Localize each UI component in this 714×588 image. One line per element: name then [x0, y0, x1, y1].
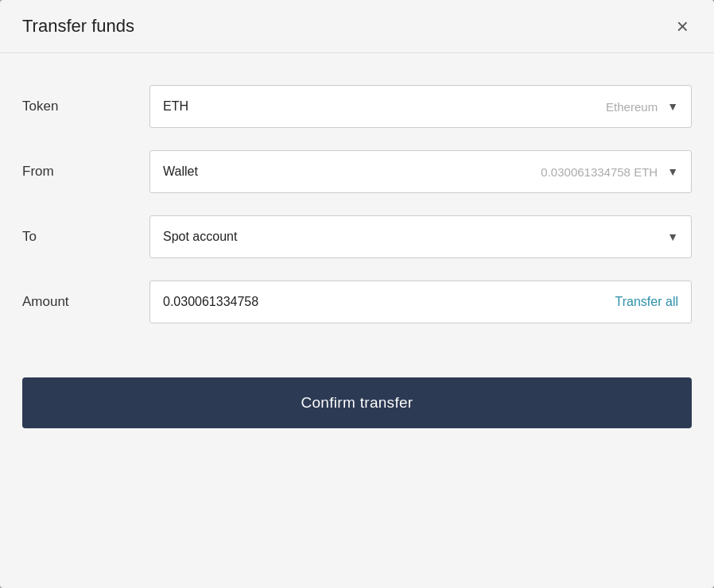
token-select[interactable]: ETH Ethereum ▼	[149, 85, 692, 128]
from-row: From Wallet 0.030061334758 ETH ▼	[22, 150, 692, 193]
confirm-transfer-button[interactable]: Confirm transfer	[22, 377, 692, 428]
to-select-right: ▼	[667, 230, 678, 243]
token-value: ETH	[163, 99, 188, 114]
modal-body: Token ETH Ethereum ▼ From Wallet	[0, 53, 714, 369]
to-chevron-icon: ▼	[667, 230, 678, 243]
transfer-funds-modal: Transfer funds × Token ETH Ethereum ▼	[0, 0, 714, 588]
from-chevron-icon: ▼	[667, 165, 678, 178]
from-select[interactable]: Wallet 0.030061334758 ETH ▼	[149, 150, 692, 193]
token-select-right: Ethereum ▼	[606, 100, 678, 114]
to-value: Spot account	[163, 230, 237, 244]
from-label: From	[22, 164, 149, 180]
amount-label: Amount	[22, 294, 149, 310]
token-row: Token ETH Ethereum ▼	[22, 85, 692, 128]
modal-footer: Confirm transfer	[0, 369, 714, 452]
token-chevron-icon: ▼	[667, 100, 678, 113]
transfer-all-button[interactable]: Transfer all	[615, 295, 678, 309]
token-select-inner: ETH Ethereum ▼	[163, 99, 678, 114]
modal-header: Transfer funds ×	[0, 0, 714, 53]
amount-value: 0.030061334758	[163, 295, 258, 309]
from-value: Wallet	[163, 164, 198, 179]
to-label: To	[22, 229, 149, 245]
amount-field[interactable]: 0.030061334758 Transfer all	[149, 280, 692, 323]
token-label: Token	[22, 99, 149, 114]
from-select-inner: Wallet 0.030061334758 ETH ▼	[163, 164, 678, 179]
close-button[interactable]: ×	[673, 16, 692, 37]
from-select-right: 0.030061334758 ETH ▼	[541, 165, 678, 179]
from-hint: 0.030061334758 ETH	[541, 165, 658, 179]
modal-overlay: Transfer funds × Token ETH Ethereum ▼	[0, 0, 714, 588]
to-row: To Spot account ▼	[22, 215, 692, 258]
modal-title: Transfer funds	[22, 16, 134, 37]
to-select-inner: Spot account ▼	[163, 230, 678, 244]
to-select[interactable]: Spot account ▼	[149, 215, 692, 258]
token-hint: Ethereum	[606, 100, 658, 114]
amount-row: Amount 0.030061334758 Transfer all	[22, 280, 692, 323]
